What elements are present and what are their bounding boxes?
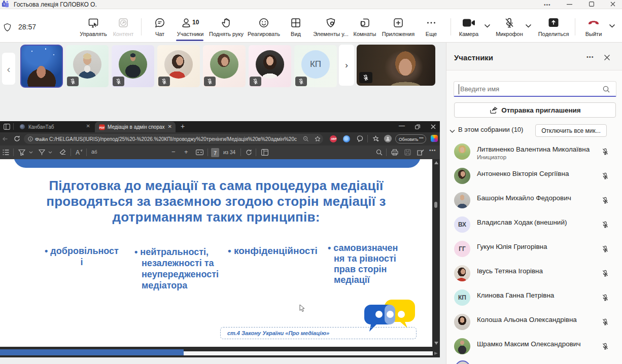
svg-text:PDF: PDF	[99, 126, 106, 129]
svg-text:A: A	[76, 149, 80, 156]
svg-text:T: T	[3, 3, 5, 6]
svg-text:10: 10	[192, 19, 199, 26]
